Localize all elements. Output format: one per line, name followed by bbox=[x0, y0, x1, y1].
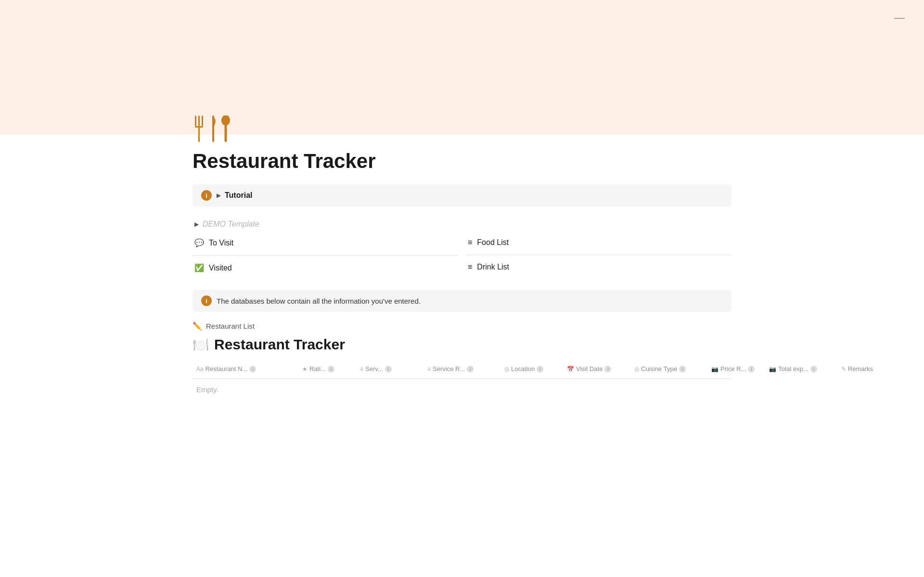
right-column: ≡ Food List ≡ Drink List bbox=[466, 234, 732, 276]
table-header: Aa Restaurant N... i ★ Rati... i ≡ Serv.… bbox=[192, 359, 732, 379]
th-price-icon: 📷 bbox=[711, 366, 719, 372]
th-total-exp-label: Total exp... bbox=[778, 365, 808, 372]
th-visit-date: 📅 Visit Date i bbox=[563, 363, 630, 374]
svg-rect-0 bbox=[195, 115, 196, 126]
th-name-info[interactable]: i bbox=[249, 366, 256, 372]
th-cuisine-icon: ◎ bbox=[634, 366, 639, 372]
th-rating-icon: ★ bbox=[302, 366, 308, 372]
left-divider bbox=[192, 255, 458, 256]
to-visit-icon: 💬 bbox=[194, 238, 204, 247]
drink-list-icon: ≡ bbox=[468, 263, 472, 271]
th-service-style-label: Serv... bbox=[365, 365, 383, 372]
sections-grid: 💬 To Visit ✅ Visited ≡ Food List ≡ Drink… bbox=[192, 234, 732, 276]
th-remarks-label: Remarks bbox=[848, 365, 873, 372]
th-price-range: 📷 Price R... i bbox=[707, 363, 765, 374]
drink-list-item[interactable]: ≡ Drink List bbox=[466, 259, 732, 275]
to-visit-label: To Visit bbox=[209, 239, 233, 247]
th-location-info[interactable]: i bbox=[537, 366, 543, 372]
th-price-label: Price R... bbox=[720, 365, 746, 372]
th-total-exp-info[interactable]: i bbox=[810, 366, 817, 372]
tutorial-arrow: ▶ bbox=[217, 192, 221, 199]
db-title: Restaurant Tracker bbox=[214, 336, 345, 353]
demo-template-label: DEMO Template bbox=[203, 220, 259, 229]
visited-label: Visited bbox=[209, 264, 232, 272]
th-rating-label: Rati... bbox=[309, 365, 326, 372]
drink-list-label: Drink List bbox=[477, 263, 509, 271]
to-visit-item[interactable]: 💬 To Visit bbox=[192, 234, 458, 251]
food-list-item[interactable]: ≡ Food List bbox=[466, 234, 732, 251]
page-title: Restaurant Tracker bbox=[192, 150, 732, 173]
db-label: Restaurant List bbox=[206, 322, 255, 330]
th-cuisine-info[interactable]: i bbox=[679, 366, 686, 372]
th-price-info[interactable]: i bbox=[748, 366, 755, 372]
th-location-icon: ◎ bbox=[504, 366, 509, 372]
db-title-row: 🍽️ Restaurant Tracker bbox=[192, 336, 732, 353]
table-empty-text: Empty. bbox=[196, 385, 218, 394]
left-column: 💬 To Visit ✅ Visited bbox=[192, 234, 458, 276]
th-rating-info[interactable]: i bbox=[328, 366, 334, 372]
tutorial-toggle[interactable]: ▶ Tutorial bbox=[217, 191, 252, 200]
tutorial-info-icon: i bbox=[201, 190, 212, 201]
th-visit-date-label: Visit Date bbox=[576, 365, 603, 372]
th-service-res-info[interactable]: i bbox=[467, 366, 474, 372]
th-service-style: ≡ Serv... i bbox=[356, 363, 424, 374]
svg-rect-2 bbox=[202, 115, 203, 126]
info-box-2-text: The databases below contain all the info… bbox=[217, 297, 421, 305]
th-rating: ★ Rati... i bbox=[298, 363, 356, 374]
info-icon-2: i bbox=[201, 295, 212, 306]
th-name-type-icon: Aa bbox=[196, 366, 204, 372]
th-service-reservation: ≡ Service R... i bbox=[424, 363, 500, 374]
table-empty-row: Empty. bbox=[192, 379, 732, 400]
svg-rect-7 bbox=[225, 124, 227, 142]
db-list-icon: ✏️ bbox=[192, 321, 202, 331]
fork-icon bbox=[192, 115, 206, 142]
hero-banner bbox=[0, 0, 924, 135]
visited-item[interactable]: ✅ Visited bbox=[192, 259, 458, 276]
th-service-res-icon: ≡ bbox=[427, 366, 431, 372]
svg-point-6 bbox=[221, 115, 230, 126]
th-name-label: Restaurant N... bbox=[205, 365, 247, 372]
info-box-2: i The databases below contain all the in… bbox=[192, 290, 732, 312]
th-visit-date-icon: 📅 bbox=[567, 366, 574, 372]
th-location-label: Location bbox=[511, 365, 535, 372]
th-cuisine-label: Cuisine Type bbox=[641, 365, 677, 372]
th-service-style-icon: ≡ bbox=[360, 366, 363, 372]
db-label-row: ✏️ Restaurant List bbox=[192, 321, 732, 331]
th-service-res-label: Service R... bbox=[433, 365, 465, 372]
knife-icon bbox=[209, 115, 218, 142]
tutorial-box: i ▶ Tutorial bbox=[192, 184, 732, 206]
food-list-icon: ≡ bbox=[468, 238, 472, 247]
th-restaurant-name: Aa Restaurant N... i bbox=[192, 363, 298, 374]
tutorial-label: Tutorial bbox=[225, 191, 252, 200]
th-cuisine-type: ◎ Cuisine Type i bbox=[630, 363, 707, 374]
th-location: ◎ Location i bbox=[500, 363, 563, 374]
svg-rect-4 bbox=[198, 126, 200, 142]
utensil-icon bbox=[192, 115, 732, 142]
demo-arrow: ▶ bbox=[194, 221, 199, 228]
spoon-icon bbox=[220, 115, 231, 142]
right-divider bbox=[466, 255, 732, 255]
th-total-exp-icon: 📷 bbox=[769, 366, 776, 372]
food-list-label: Food List bbox=[477, 238, 509, 247]
th-visit-date-info[interactable]: i bbox=[604, 366, 611, 372]
demo-template-toggle[interactable]: ▶ DEMO Template bbox=[192, 216, 732, 232]
minimize-button[interactable]: — bbox=[894, 12, 905, 24]
svg-rect-1 bbox=[198, 115, 200, 126]
th-service-style-info[interactable]: i bbox=[385, 366, 392, 372]
th-remarks: ✎ Remarks bbox=[837, 363, 895, 374]
visited-icon: ✅ bbox=[194, 263, 204, 272]
th-remarks-icon: ✎ bbox=[841, 366, 846, 372]
th-total-exp: 📷 Total exp... i bbox=[765, 363, 837, 374]
page-icon-area bbox=[192, 115, 732, 142]
db-title-icon: 🍽️ bbox=[192, 337, 209, 353]
